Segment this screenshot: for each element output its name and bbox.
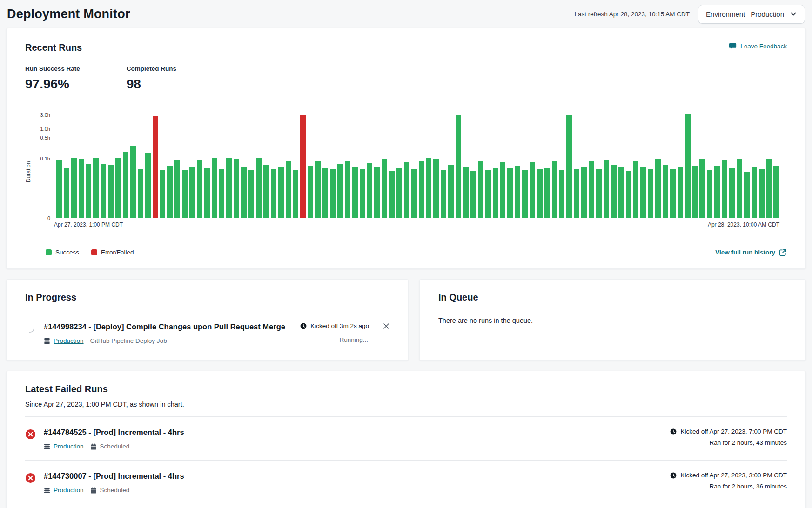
chart-bar-success[interactable] [248,170,254,218]
chart-bar-success[interactable] [360,169,365,218]
chart-bar-success[interactable] [79,159,84,218]
chart-bar-success[interactable] [640,167,646,218]
chart-bar-success[interactable] [722,160,727,218]
chart-bar-success[interactable] [448,165,454,218]
chart-bar-success[interactable] [204,168,210,218]
chart-bar-success[interactable] [507,168,513,218]
leave-feedback-link[interactable]: Leave Feedback [729,42,787,50]
chart-bar-success[interactable] [226,158,232,218]
chart-bar-success[interactable] [699,159,705,218]
chart-bar-success[interactable] [404,162,409,218]
chart-bar-success[interactable] [663,165,668,218]
chart-bar-success[interactable] [345,161,350,218]
chart-bar-success[interactable] [426,158,432,218]
chart-bar-success[interactable] [189,167,195,218]
chart-bar-success[interactable] [759,169,765,218]
chart-bar-success[interactable] [744,172,750,218]
chart-bar-success[interactable] [522,170,528,218]
chart-bar-success[interactable] [93,158,99,218]
environment-tag[interactable]: Production [44,337,84,344]
chart-bar-success[interactable] [433,159,439,218]
environment-tag[interactable]: Production [44,487,84,494]
chart-bar-success[interactable] [182,170,188,218]
view-full-run-history-link[interactable]: View full run history [715,248,787,256]
chart-bar-success[interactable] [389,171,395,218]
chart-bar-success[interactable] [322,168,328,218]
chart-bar-success[interactable] [308,166,313,218]
chart-bar-success[interactable] [596,169,602,218]
chart-bar-success[interactable] [167,166,173,218]
chart-bar-success[interactable] [374,167,380,218]
chart-bar-success[interactable] [160,170,165,218]
chart-bar-success[interactable] [64,168,69,218]
chart-bar-success[interactable] [589,161,594,218]
chart-bar-success[interactable] [581,167,587,218]
chart-bar-failed[interactable] [153,116,158,218]
chart-bar-success[interactable] [574,169,579,218]
chart-bar-success[interactable] [138,169,143,218]
chart-bar-success[interactable] [337,164,343,218]
chart-bar-success[interactable] [86,164,92,218]
chart-bar-success[interactable] [293,170,299,218]
chart-bar-success[interactable] [130,146,136,218]
chart-bar-success[interactable] [729,168,735,218]
chart-bar-success[interactable] [655,159,661,218]
chart-bar-success[interactable] [174,160,180,218]
chart-bar-success[interactable] [411,169,417,218]
chart-bar-success[interactable] [618,167,624,218]
chart-bar-success[interactable] [714,166,720,218]
chart-bar-success[interactable] [648,169,653,218]
chart-bar-success[interactable] [752,167,757,218]
chart-bar-success[interactable] [463,167,469,218]
environment-tag[interactable]: Production [44,443,84,450]
chart-bar-success[interactable] [101,164,106,218]
chart-bar-success[interactable] [286,161,291,218]
chart-bar-success[interactable] [263,165,269,218]
chart-bar-success[interactable] [71,158,77,218]
chart-bar-success[interactable] [478,161,483,218]
chart-bar-success[interactable] [241,167,247,218]
chart-bar-success[interactable] [692,166,698,218]
chart-bar-success[interactable] [456,115,461,218]
chart-bar-success[interactable] [441,170,446,218]
chart-bar-success[interactable] [367,163,372,218]
chart-bar-success[interactable] [566,115,572,218]
chart-bar-success[interactable] [515,166,520,218]
chart-bar-success[interactable] [56,160,62,218]
chart-bar-success[interactable] [219,169,225,218]
chart-bar-success[interactable] [271,169,276,218]
chart-bar-success[interactable] [773,166,779,218]
chart-bar-success[interactable] [626,171,631,218]
chart-bar-success[interactable] [256,158,262,218]
chart-bar-success[interactable] [604,160,609,218]
chart-bar-success[interactable] [559,170,565,218]
chart-bar-success[interactable] [197,160,202,218]
chart-bar-failed[interactable] [300,115,306,218]
chart-bar-success[interactable] [485,170,491,218]
chart-bar-success[interactable] [544,168,550,218]
chart-bar-success[interactable] [123,152,128,218]
chart-bar-success[interactable] [670,169,676,218]
chart-bar-success[interactable] [278,167,284,218]
chart-bar-success[interactable] [611,165,617,218]
chart-bar-success[interactable] [382,159,387,218]
chart-bar-success[interactable] [685,114,691,218]
chart-bar-success[interactable] [145,153,151,218]
chart-bar-success[interactable] [108,165,114,218]
chart-bar-success[interactable] [530,162,535,218]
chart-bar-success[interactable] [470,171,476,218]
chart-bar-success[interactable] [234,159,239,218]
chart-bar-success[interactable] [500,162,505,218]
chart-bar-success[interactable] [552,161,557,218]
chart-bar-success[interactable] [737,159,742,218]
environment-dropdown[interactable]: Environment Production [698,5,805,24]
chart-bar-success[interactable] [315,161,321,218]
chart-bar-success[interactable] [707,170,712,218]
chart-bar-success[interactable] [396,168,402,218]
chart-bar-success[interactable] [330,169,336,218]
chart-bar-success[interactable] [633,161,638,218]
chart-bar-success[interactable] [766,159,772,218]
close-icon[interactable] [383,323,389,329]
chart-bar-success[interactable] [212,158,217,218]
chart-bar-success[interactable] [493,168,498,218]
